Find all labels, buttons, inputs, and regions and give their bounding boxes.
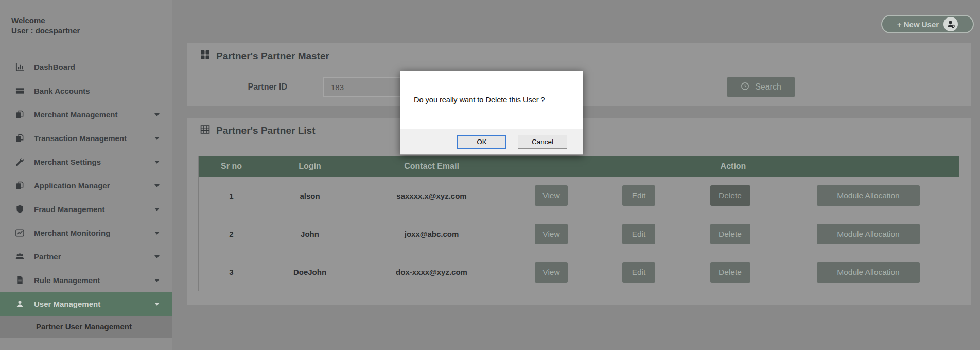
welcome-title: Welcome: [11, 15, 80, 26]
sidebar: Welcome User : docspartner DashBoardBank…: [0, 0, 172, 350]
user-icon: [15, 299, 26, 308]
sidebar-item-label: Rule Management: [34, 276, 100, 285]
email-cell: saxxxx.x@xyz.com: [356, 191, 507, 200]
sidebar-item-label: Bank Accounts: [34, 86, 90, 95]
sidebar-item-user-management[interactable]: User Management: [0, 292, 172, 316]
users-icon: [15, 252, 26, 261]
sidebar-item-label: Merchant Settings: [34, 157, 101, 166]
shield-icon: [15, 204, 26, 214]
confirm-dialog-footer: OK Cancel: [400, 129, 583, 154]
dialog-cancel-button[interactable]: Cancel: [518, 135, 567, 149]
grid-icon: [200, 50, 210, 62]
chevron-down-icon: [154, 161, 160, 164]
chevron-down-icon: [154, 208, 160, 211]
view-button[interactable]: View: [535, 224, 568, 244]
credit-card-icon: [15, 86, 26, 95]
welcome-block: Welcome User : docspartner: [11, 15, 80, 36]
table-icon: [200, 125, 210, 137]
sidebar-item-label: Transaction Management: [34, 134, 127, 143]
documents-icon: [15, 110, 26, 119]
partner-id-label: Partner ID: [218, 77, 287, 97]
sidebar-item-label: Merchant Management: [34, 110, 118, 119]
table-header-row: Sr no Login Contact Email Action: [199, 156, 959, 177]
wrench-icon: [15, 157, 26, 166]
module-allocation-button[interactable]: Module Allocation: [817, 185, 920, 206]
sidebar-item-partner[interactable]: Partner: [0, 244, 172, 268]
edit-button[interactable]: Edit: [622, 262, 655, 283]
sr-no-cell: 2: [199, 230, 264, 238]
sidebar-item-bank-accounts[interactable]: Bank Accounts: [0, 79, 172, 102]
search-button-label: Search: [755, 82, 781, 92]
sidebar-item-merchant-settings[interactable]: Merchant Settings: [0, 150, 172, 173]
sidebar-item-label: DashBoard: [34, 63, 75, 72]
partner-list-title-label: Partner's Partner List: [216, 125, 315, 136]
sidebar-nav: DashBoardBank AccountsMerchant Managemen…: [0, 55, 172, 316]
chevron-down-icon: [154, 232, 160, 235]
sidebar-item-application-manager[interactable]: Application Manager: [0, 173, 172, 197]
chevron-down-icon: [154, 184, 160, 187]
login-cell: John: [264, 230, 356, 238]
sidebar-item-fraud-management[interactable]: Fraud Management: [0, 197, 172, 221]
view-button[interactable]: View: [535, 262, 568, 283]
table-row: 1alsonsaxxxx.x@xyz.comViewEditDeleteModu…: [199, 177, 959, 215]
welcome-user: User : docspartner: [11, 26, 80, 36]
view-button[interactable]: View: [535, 185, 568, 206]
delete-button[interactable]: Delete: [710, 224, 750, 244]
partner-master-title-label: Partner's Partner Master: [216, 50, 329, 62]
table-body: 1alsonsaxxxx.x@xyz.comViewEditDeleteModu…: [199, 177, 959, 291]
partner-list-title: Partner's Partner List: [200, 125, 315, 137]
sidebar-item-merchant-monitoring[interactable]: Merchant Monitoring: [0, 221, 172, 244]
sidebar-item-label: Merchant Monitoring: [34, 229, 110, 237]
column-header-action: Action: [507, 162, 959, 171]
chevron-down-icon: [154, 255, 160, 258]
sidebar-item-transaction-management[interactable]: Transaction Management: [0, 126, 172, 150]
chevron-down-icon: [154, 279, 160, 282]
delete-button[interactable]: Delete: [710, 262, 750, 283]
sidebar-item-label: Partner: [34, 252, 61, 261]
column-header-sr-no: Sr no: [199, 162, 264, 171]
confirm-dialog: Do you really want to Delete this User ?…: [400, 71, 583, 155]
main-content: + New User Partner's Partner Master Part…: [172, 0, 980, 350]
sidebar-item-merchant-management[interactable]: Merchant Management: [0, 102, 172, 126]
module-allocation-button[interactable]: Module Allocation: [817, 262, 920, 283]
search-button[interactable]: Search: [727, 77, 795, 97]
chevron-down-icon: [154, 137, 160, 140]
sidebar-item-rule-management[interactable]: Rule Management: [0, 268, 172, 292]
table-row: 3DoeJohndox-xxxx@xyz.comViewEditDeleteMo…: [199, 253, 959, 291]
edit-button[interactable]: Edit: [622, 185, 655, 206]
email-cell: joxx@abc.com: [356, 230, 507, 238]
sidebar-subitem-partner-user-management[interactable]: Partner User Management: [0, 316, 172, 338]
new-user-label: + New User: [897, 20, 939, 29]
login-cell: DoeJohn: [264, 268, 356, 276]
sidebar-item-label: Application Manager: [34, 181, 110, 190]
login-cell: alson: [264, 191, 356, 200]
user-plus-icon: [943, 17, 958, 31]
partner-master-title: Partner's Partner Master: [200, 50, 329, 62]
sidebar-item-dashboard[interactable]: DashBoard: [0, 55, 172, 79]
search-icon: [741, 82, 749, 93]
column-header-contact-email: Contact Email: [356, 162, 507, 171]
sidebar-item-label: Fraud Management: [34, 205, 105, 214]
edit-button[interactable]: Edit: [622, 224, 655, 244]
dialog-ok-button[interactable]: OK: [457, 135, 506, 149]
confirm-dialog-message: Do you really want to Delete this User ?: [400, 71, 583, 129]
module-allocation-button[interactable]: Module Allocation: [817, 224, 920, 244]
documents-icon: [15, 133, 26, 143]
bar-chart-icon: [15, 62, 26, 72]
delete-button[interactable]: Delete: [710, 185, 750, 206]
file-text-icon: [15, 275, 26, 285]
sr-no-cell: 1: [199, 191, 264, 200]
chevron-down-icon: [154, 113, 160, 116]
chevron-down-icon: [154, 303, 160, 306]
partner-list-table: Sr no Login Contact Email Action 1alsons…: [198, 156, 959, 291]
new-user-button[interactable]: + New User: [881, 15, 974, 33]
documents-icon: [15, 181, 26, 190]
sr-no-cell: 3: [199, 268, 264, 276]
line-chart-icon: [15, 228, 26, 237]
email-cell: dox-xxxx@xyz.com: [356, 268, 507, 276]
sidebar-item-label: User Management: [34, 300, 100, 308]
column-header-login: Login: [264, 162, 356, 171]
table-row: 2Johnjoxx@abc.comViewEditDeleteModule Al…: [199, 215, 959, 253]
